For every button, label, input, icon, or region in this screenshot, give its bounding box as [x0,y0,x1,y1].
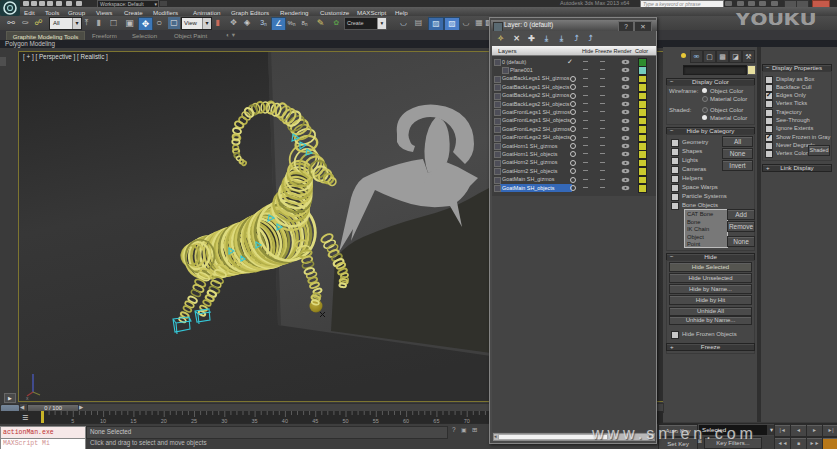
svg-text:x: x [26,395,29,400]
